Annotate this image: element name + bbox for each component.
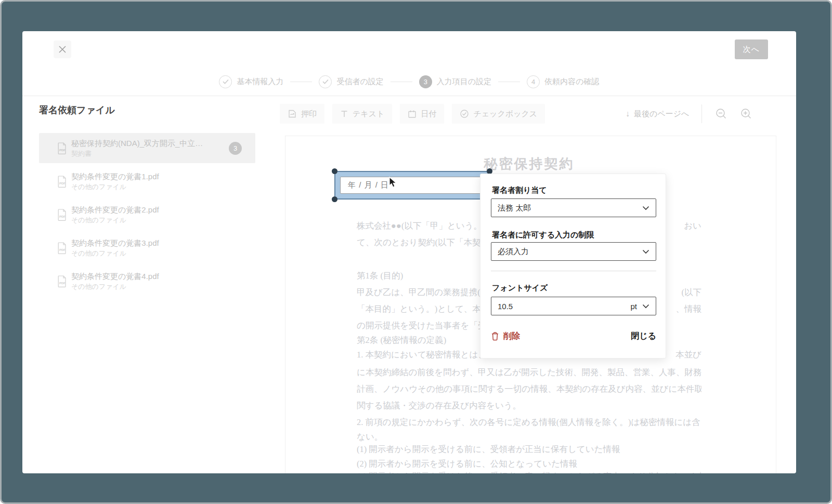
signature-request-screen: 次へ 基本情報入力 受信者の設定 3 入力項目の設定 bbox=[0, 0, 832, 504]
document-title: 秘密保持契約 bbox=[357, 155, 701, 173]
document-text-line: (2) 開示者から開示を受ける前に、公知となっていた情報 bbox=[357, 458, 701, 470]
trash-icon bbox=[491, 331, 499, 341]
field-toolbar: 押印 テキスト 日付 チェックボックス bbox=[280, 104, 545, 124]
document-text-line: (3) 開示者から開示を受けた後に、受領者の責に帰すべからざる事由により公知とな… bbox=[357, 471, 701, 473]
step-done-check-icon bbox=[319, 75, 332, 88]
file-item[interactable]: PDF 契約条件変更の覚書3.pdf その他のファイル bbox=[39, 233, 255, 263]
file-name: 秘密保持契約(NDA)_双方開示_中立… bbox=[71, 138, 203, 148]
document-text-line: に本契約締結の前後を問わず、甲又は乙が開示した技術、開発、製品、営業、人事、財務… bbox=[357, 367, 701, 378]
font-size-label: フォントサイズ bbox=[492, 283, 548, 293]
popup-divider bbox=[491, 271, 656, 271]
step-number-badge: 3 bbox=[419, 75, 432, 88]
chevron-down-icon bbox=[642, 249, 649, 254]
document-text-line: (1) 開示者から開示を受ける前に、受領者が正当に保有していた情報 bbox=[357, 444, 701, 455]
next-button[interactable]: 次へ bbox=[735, 39, 768, 59]
font-size-unit: pt bbox=[630, 302, 637, 311]
file-type: その他のファイル bbox=[71, 182, 159, 191]
stamp-tool-button[interactable]: 押印 bbox=[280, 104, 324, 124]
pdf-file-icon: PDF bbox=[58, 242, 67, 254]
file-type: その他のファイル bbox=[71, 282, 159, 291]
font-size-select[interactable]: 10.5 pt bbox=[491, 297, 656, 315]
toolbar-divider bbox=[701, 104, 702, 123]
text-icon bbox=[340, 110, 348, 118]
step-label: 依頼内容の確認 bbox=[544, 77, 599, 87]
step-number-badge: 4 bbox=[527, 75, 540, 88]
stamp-icon bbox=[288, 109, 297, 118]
file-type: その他のファイル bbox=[71, 216, 159, 224]
pdf-file-icon: PDF bbox=[58, 209, 67, 221]
file-name: 契約条件変更の覚書2.pdf bbox=[71, 205, 159, 215]
file-item-selected[interactable]: PDF 秘密保持契約(NDA)_双方開示_中立… 契約書 3 bbox=[39, 133, 255, 163]
document-text-line: 関する協議・交渉の存在及び内容をいう。 bbox=[357, 400, 701, 412]
file-name: 契約条件変更の覚書4.pdf bbox=[71, 271, 159, 281]
date-placeholder: 年 / 月 / 日 bbox=[340, 177, 485, 194]
arrow-down-icon: ↓ bbox=[626, 109, 630, 118]
workflow-stepper: 基本情報入力 受信者の設定 3 入力項目の設定 4 依頼内容の確認 bbox=[22, 74, 796, 89]
chevron-down-icon bbox=[642, 304, 649, 309]
zoom-out-button[interactable] bbox=[716, 108, 727, 120]
file-item[interactable]: PDF 契約条件変更の覚書2.pdf その他のファイル bbox=[39, 200, 255, 230]
file-item[interactable]: PDF 契約条件変更の覚書4.pdf その他のファイル bbox=[39, 266, 255, 296]
stepper-connector bbox=[498, 82, 520, 82]
resize-handle-bottom-left[interactable] bbox=[332, 196, 337, 202]
document-text-line: ない。 bbox=[357, 431, 701, 443]
signature-request-modal: 次へ 基本情報入力 受信者の設定 3 入力項目の設定 bbox=[22, 31, 796, 473]
text-tool-button[interactable]: テキスト bbox=[332, 104, 392, 124]
stepper-connector bbox=[290, 82, 312, 82]
calendar-icon bbox=[408, 110, 417, 118]
step-input-fields: 3 入力項目の設定 bbox=[419, 75, 491, 88]
resize-handle-top-left[interactable] bbox=[332, 168, 337, 174]
svg-text:PDF: PDF bbox=[59, 182, 66, 185]
file-name: 契約条件変更の覚書1.pdf bbox=[71, 171, 159, 181]
delete-field-button[interactable]: 削除 bbox=[491, 331, 520, 342]
input-restriction-label: 署名者に許可する入力の制限 bbox=[492, 230, 594, 240]
file-item[interactable]: PDF 契約条件変更の覚書1.pdf その他のファイル bbox=[39, 166, 255, 196]
pdf-file-icon: PDF bbox=[58, 275, 67, 287]
field-settings-popup: 署名者割り当て 法務 太郎 署名者に許可する入力の制限 必須入力 フォントサイズ… bbox=[480, 174, 666, 359]
file-list: PDF 秘密保持契約(NDA)_双方開示_中立… 契約書 3 PDF 契約条件変… bbox=[39, 133, 255, 299]
page-controls: ↓ 最後のページへ bbox=[626, 104, 776, 124]
svg-text:PDF: PDF bbox=[59, 215, 66, 218]
file-type: 契約書 bbox=[71, 149, 203, 158]
step-basic-info: 基本情報入力 bbox=[219, 75, 283, 88]
check-circle-icon bbox=[460, 109, 469, 118]
file-type: その他のファイル bbox=[71, 249, 159, 258]
input-restriction-select[interactable]: 必須入力 bbox=[491, 242, 656, 261]
sidebar-title: 署名依頼ファイル bbox=[39, 104, 115, 116]
pdf-file-icon: PDF bbox=[58, 142, 67, 154]
step-label: 受信者の設定 bbox=[336, 77, 383, 87]
zoom-in-icon bbox=[740, 108, 752, 120]
header-divider bbox=[22, 96, 796, 96]
svg-text:PDF: PDF bbox=[59, 248, 66, 251]
signer-select[interactable]: 法務 太郎 bbox=[491, 198, 656, 217]
document-text-line: 計画、ノウハウその他の事項に関する一切の情報、本契約の存在及び内容、並びに本件取… bbox=[357, 383, 701, 395]
svg-text:PDF: PDF bbox=[59, 282, 66, 285]
field-count-badge: 3 bbox=[229, 142, 242, 155]
stepper-connector bbox=[391, 82, 412, 82]
pdf-file-icon: PDF bbox=[58, 176, 67, 188]
date-input-field[interactable]: 年 / 月 / 日 bbox=[334, 171, 490, 200]
mouse-cursor-icon bbox=[388, 177, 398, 188]
step-label: 入力項目の設定 bbox=[437, 77, 491, 87]
step-done-check-icon bbox=[219, 75, 232, 88]
zoom-out-icon bbox=[716, 108, 727, 120]
date-tool-button[interactable]: 日付 bbox=[400, 104, 444, 124]
close-icon bbox=[58, 45, 67, 54]
step-label: 基本情報入力 bbox=[237, 77, 283, 87]
chevron-down-icon bbox=[642, 206, 649, 210]
close-popup-button[interactable]: 閉じる bbox=[631, 331, 656, 342]
file-name: 契約条件変更の覚書3.pdf bbox=[71, 238, 159, 248]
step-confirm: 4 依頼内容の確認 bbox=[527, 75, 599, 88]
document-text-line: 2. 前項の規定にかかわらず、次の各号に定める情報(個人情報を除く。)は秘密情報… bbox=[357, 417, 701, 428]
close-button[interactable] bbox=[54, 41, 71, 58]
checkbox-tool-button[interactable]: チェックボックス bbox=[452, 104, 545, 124]
signer-assignment-label: 署名者割り当て bbox=[492, 185, 547, 195]
step-recipients: 受信者の設定 bbox=[319, 75, 383, 88]
svg-text:PDF: PDF bbox=[59, 149, 66, 152]
zoom-in-button[interactable] bbox=[740, 108, 752, 120]
jump-last-page-button[interactable]: ↓ 最後のページへ bbox=[626, 109, 689, 119]
